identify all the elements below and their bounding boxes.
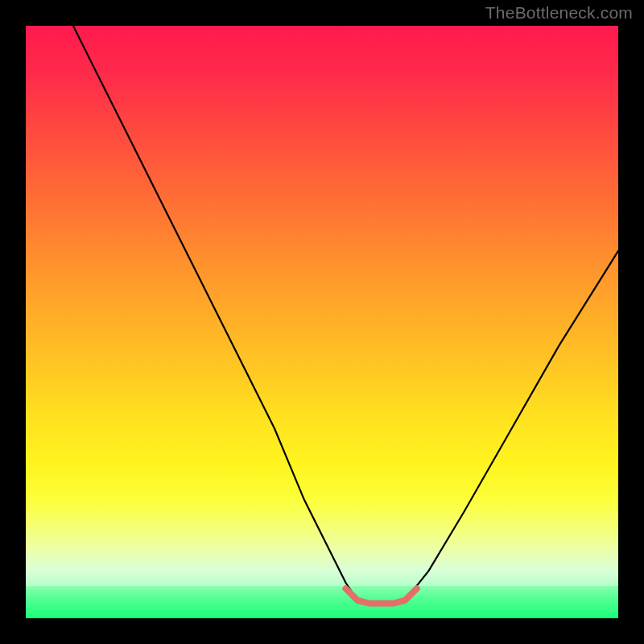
plot-area (26, 26, 618, 618)
watermark-label: TheBottleneck.com (485, 3, 633, 23)
chart-frame: TheBottleneck.com (0, 0, 644, 644)
curve-layer (26, 26, 618, 618)
curve-left-branch (73, 26, 357, 601)
curve-valley-floor (345, 588, 416, 603)
curve-right-branch (405, 251, 618, 601)
